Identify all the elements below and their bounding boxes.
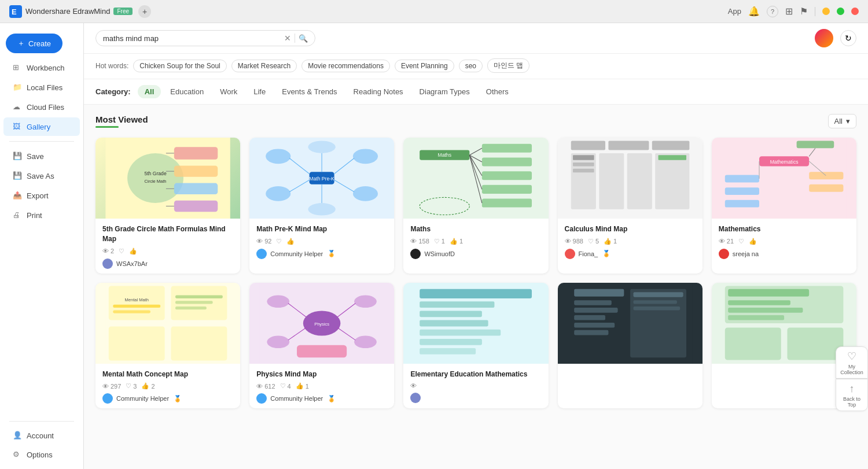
svg-rect-75 — [175, 295, 223, 298]
hotword-event-planning[interactable]: Event Planning — [395, 60, 454, 72]
like-icon: 👍 — [286, 238, 295, 245]
flag-icon[interactable]: ⚑ — [800, 6, 808, 17]
author-name: Community Helper — [270, 395, 323, 402]
back-to-top-button[interactable]: ↑ Back toTop — [836, 379, 868, 411]
heart-stat: ♡ — [738, 238, 744, 245]
sidebar-item-local-files[interactable]: 📁 Local Files — [3, 78, 80, 97]
eye-icon: 👁 — [102, 248, 109, 254]
card-title-maths: Maths — [410, 224, 541, 234]
svg-point-27 — [308, 203, 336, 216]
category-life[interactable]: Life — [247, 85, 273, 98]
hotword-movie[interactable]: Movie recommendations — [301, 60, 390, 72]
category-work[interactable]: Work — [213, 85, 244, 98]
sidebar-bottom: 👤 Account ⚙ Options — [0, 416, 83, 464]
hotword-market-research[interactable]: Market Research — [231, 60, 297, 72]
card-dark[interactable] — [558, 283, 703, 409]
search-submit-button[interactable]: 🔍 — [299, 34, 308, 43]
app-label[interactable]: App — [728, 7, 741, 16]
card-calculus[interactable]: Calculus Mind Map 👁 988 ♡ 5 👍 1 Fiona_ 🏅 — [558, 138, 703, 274]
svg-rect-51 — [573, 155, 594, 160]
app-name: Wondershare EdrawMind — [25, 7, 110, 16]
hotword-chicken-soup[interactable]: Chicken Soup for the Soul — [133, 60, 226, 72]
card-title-mathematics: Mathematics — [719, 224, 849, 234]
sidebar: ＋ Create ⊞ Workbench 📁 Local Files ☁ Clo… — [0, 23, 84, 469]
sidebar-item-account[interactable]: 👤 Account — [3, 426, 80, 445]
author-name: WSAx7bAr — [116, 260, 148, 267]
view-stat: 👁 158 — [410, 238, 429, 245]
author-avatar — [410, 249, 421, 259]
section-header: Most Viewed All ▾ — [95, 114, 856, 128]
author-name: WSimuofD — [424, 250, 455, 257]
category-diagram-types[interactable]: Diagram Types — [413, 85, 477, 98]
view-stat: 👁 2 — [102, 248, 114, 254]
category-all[interactable]: All — [138, 85, 161, 98]
heart-stat: ♡ 5 — [588, 238, 599, 245]
category-reading-notes[interactable]: Reading Notes — [347, 85, 410, 98]
category-education[interactable]: Education — [163, 85, 211, 98]
card-green[interactable] — [712, 283, 856, 409]
category-label: Category: — [95, 87, 131, 96]
hotword-seo[interactable]: seo — [459, 60, 483, 72]
help-icon[interactable]: ? — [767, 6, 778, 17]
card-body-5th-grade: 5th Grade Circle Math Formulas Mind Map … — [95, 219, 240, 274]
svg-rect-92 — [420, 301, 495, 308]
window-minimize[interactable] — [822, 8, 830, 15]
new-tab-button[interactable]: + — [138, 5, 151, 18]
app-titlebar: E Wondershare EdrawMind Free + App 🔔 ? ⊞… — [0, 0, 868, 23]
hotword-korean[interactable]: 마인드 맵 — [487, 58, 529, 73]
thumb-svg-dark — [558, 283, 703, 364]
category-others[interactable]: Others — [479, 85, 516, 98]
options-icon: ⚙ — [13, 450, 22, 459]
bell-icon[interactable]: 🔔 — [748, 6, 760, 17]
card-5th-grade-math[interactable]: 5th Grade Circle Math 5th Grade Circle M… — [95, 138, 240, 274]
svg-rect-31 — [482, 144, 532, 153]
refresh-button[interactable]: ↻ — [840, 30, 856, 46]
sidebar-item-workbench[interactable]: ⊞ Workbench — [3, 58, 80, 77]
category-events[interactable]: Events & Trends — [275, 85, 344, 98]
sidebar-item-options[interactable]: ⚙ Options — [3, 445, 80, 464]
card-mathematics[interactable]: Mathematics Mathem — [712, 138, 856, 274]
card-body-math-prek: Math Pre-K Mind Map 👁 92 ♡ 👍 Community H… — [249, 219, 394, 264]
search-clear-button[interactable]: ✕ — [284, 34, 291, 43]
sidebar-item-cloud-files[interactable]: ☁ Cloud Files — [3, 98, 80, 116]
sidebar-item-save[interactable]: 💾 Save — [3, 147, 80, 165]
card-elementary-education[interactable]: Elementary Education Mathematics 👁 — [403, 283, 548, 409]
eye-icon: 👁 — [102, 383, 109, 390]
search-divider — [295, 34, 295, 43]
free-badge: Free — [113, 8, 133, 15]
create-button[interactable]: ＋ Create — [6, 34, 62, 53]
svg-point-81 — [267, 295, 290, 308]
sidebar-item-account-label: Account — [27, 431, 54, 440]
sidebar-item-local-files-label: Local Files — [27, 83, 62, 92]
sidebar-item-export[interactable]: 📤 Export — [3, 186, 80, 205]
grid-icon[interactable]: ⊞ — [785, 6, 793, 17]
card-title-5th-grade: 5th Grade Circle Math Formulas Mind Map — [102, 224, 233, 244]
my-collection-label: MyCollection — [840, 364, 863, 375]
card-math-prek[interactable]: Math Pre-K — [249, 138, 394, 274]
svg-text:Mathematics: Mathematics — [770, 159, 798, 165]
sidebar-item-gallery[interactable]: 🖼 Gallery — [3, 117, 80, 136]
card-mental-math[interactable]: Mental Math Mental Math Concept Map 👁 29… — [95, 283, 240, 409]
sidebar-item-export-label: Export — [27, 191, 49, 200]
search-input[interactable] — [103, 34, 284, 43]
window-maximize[interactable] — [837, 8, 844, 15]
card-physics-mind-map[interactable]: Physics Physics Mi — [249, 283, 394, 409]
cards-grid: 5th Grade Circle Math 5th Grade Circle M… — [95, 138, 856, 408]
svg-point-25 — [308, 141, 336, 153]
svg-rect-115 — [725, 327, 781, 360]
svg-rect-76 — [175, 301, 213, 304]
sidebar-divider-2 — [9, 421, 74, 422]
sidebar-item-print[interactable]: 🖨 Print — [3, 206, 80, 224]
svg-rect-5 — [174, 165, 218, 176]
card-maths[interactable]: Maths Maths 👁 158 ♡ 1 — [403, 138, 548, 274]
my-collection-button[interactable]: ♡ MyCollection — [836, 346, 868, 379]
svg-rect-106 — [633, 292, 683, 297]
svg-rect-64 — [809, 172, 843, 179]
sidebar-item-save-as[interactable]: 💾 Save As — [3, 167, 80, 185]
heart-icon: ♡ — [126, 382, 131, 390]
card-thumb-5th-grade: 5th Grade Circle Math — [95, 138, 240, 219]
window-close[interactable] — [851, 8, 859, 15]
section-filter-dropdown[interactable]: All ▾ — [828, 114, 856, 128]
user-avatar[interactable] — [815, 29, 833, 47]
svg-rect-102 — [574, 315, 605, 320]
